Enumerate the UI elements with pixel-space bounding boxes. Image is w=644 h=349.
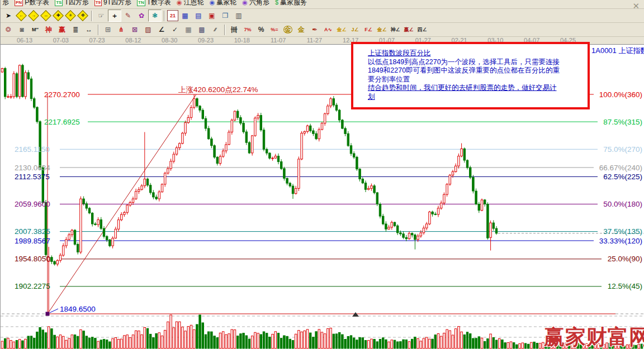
grid-tool[interactable]: ▦ (182, 23, 195, 36)
gann-grid-box-tool[interactable]: ⊞ (101, 23, 115, 36)
gann-box-target-tool[interactable]: ◙ (15, 23, 29, 36)
annotation-box[interactable]: 上证指数波段百分比 以低点1849到高点2270为一个波段，选择工具后，只需要连… (351, 42, 590, 109)
menu-9t-square-icon: T9 (94, 0, 102, 6)
toolbar-separator (98, 25, 99, 35)
date-label: 07-03 (53, 37, 69, 44)
angle-f-tool[interactable]: F∠ (362, 23, 375, 36)
svg-text:2270.2700: 2270.2700 (44, 90, 80, 99)
menu-winner-service-label: 赢家服务 (280, 0, 307, 7)
menu-p-digital-table[interactable]: PNP数字表 (15, 0, 49, 7)
svg-text:66.67%(240): 66.67%(240) (599, 164, 642, 172)
svg-text:50.0%(180): 50.0%(180) (603, 200, 642, 208)
menu-gann-wheel[interactable]: ◉江恩轮 (177, 0, 204, 7)
diamond-horizontal-tool[interactable]: ↔ (40, 10, 51, 21)
percent-lines-tool[interactable]: %≡ (268, 23, 281, 36)
angle-j-tool[interactable]: J∠ (348, 23, 362, 36)
angle-si-tool[interactable]: 四∠ (415, 23, 429, 36)
gann-fan-tool[interactable]: ⋔ (115, 23, 128, 36)
ying-tool[interactable]: 赢 (55, 23, 69, 36)
toolbar-row-3: ❂◙M″神赢≣↔⊞⋔⊠▨∠✓▦▩∕∕卌7%%%≡金金✒A∿金∠J∠F∠金∠神∠赢… (1, 23, 644, 36)
svg-text:2007.3825: 2007.3825 (15, 227, 50, 236)
crosshair-tool[interactable]: ＋ (108, 9, 121, 22)
calculator-tool[interactable]: ▦ (178, 9, 192, 22)
brush-tool[interactable]: ✒ (308, 23, 321, 36)
angle-gold-tool[interactable]: 金∠ (375, 23, 389, 36)
date-label: 11-27 (307, 37, 322, 44)
date-label: 11-07 (271, 37, 286, 44)
svg-text:1849.6500: 1849.6500 (60, 305, 96, 313)
zigzag-tool[interactable]: ✓ (168, 23, 182, 36)
watermark: 赢家财富网 (544, 323, 644, 349)
close-icon[interactable]: ✕ (632, 2, 640, 10)
svg-text:上涨420.6200点22.74%: 上涨420.6200点22.74% (178, 85, 258, 94)
pen-tool[interactable]: ✎ (121, 9, 135, 22)
annotation-line: 划 (368, 93, 584, 102)
diamond-right-tool[interactable]: → (28, 10, 39, 21)
notes-tool[interactable]: ▤ (192, 9, 205, 22)
svg-text:2112.5375: 2112.5375 (15, 173, 50, 181)
svg-text:2059.9600: 2059.9600 (15, 200, 50, 208)
menu-hexagon-icon: ◉ (242, 0, 248, 6)
hand-tool[interactable]: ☞ (94, 9, 108, 22)
angle-line-tool[interactable]: ∠ (155, 23, 168, 36)
fan-box-tool[interactable]: ⊠ (128, 23, 141, 36)
svg-text:1954.8050: 1954.8050 (15, 255, 50, 263)
fan-filled-box-tool[interactable]: ▨ (141, 23, 155, 36)
date-label: 08-12 (125, 37, 141, 44)
stamp-tool[interactable]: ✿ (135, 9, 148, 22)
scale-ticks-tool[interactable]: 卌 (228, 23, 241, 36)
menu-gann-wheel-label: 江恩轮 (184, 0, 204, 7)
menu-t-square[interactable]: TST四方形 (55, 0, 89, 7)
print-tool[interactable]: ▥ (232, 9, 245, 22)
diamond-cross-tool[interactable]: ✚ (53, 10, 64, 21)
menu-t-square-label: T四方形 (64, 0, 88, 7)
menu-gann-wheel-icon: ◉ (177, 0, 182, 6)
shen-tool[interactable]: 神 (42, 23, 55, 36)
parallel-lines-tool[interactable]: ∕∕ (209, 23, 222, 36)
svg-text:62.5%(225): 62.5%(225) (603, 173, 642, 181)
menu-t-digital-table[interactable]: TNT数字表 (137, 0, 171, 7)
annotation-line: 1849和2270即可看到图中这波反弹重要的点位都在百分比的重 (368, 66, 584, 75)
wave-a-tool[interactable]: A∿ (321, 23, 335, 36)
svg-text:25.0%(90): 25.0%(90) (608, 255, 642, 263)
svg-text:87.5%(315): 87.5%(315) (603, 118, 642, 126)
menu-9t-square-label: 9T四方形 (103, 0, 131, 7)
grid-arrow-tool[interactable]: ▩ (195, 23, 209, 36)
menu-hexagon[interactable]: ◉六角形 (242, 0, 269, 7)
date-label: 10-18 (234, 37, 250, 44)
diamond-move-tool[interactable]: ✥ (77, 10, 88, 21)
gann-web-tool[interactable]: ❂ (2, 23, 15, 36)
fib-percent-tool[interactable]: 7% (241, 23, 254, 36)
svg-text:37.5%(135): 37.5%(135) (603, 227, 642, 236)
menu-9t-square[interactable]: T99T四方形 (94, 0, 131, 7)
m-quote-tool[interactable]: M″ (29, 23, 42, 36)
date-label: 08-30 (162, 37, 177, 44)
svg-text:2217.6925: 2217.6925 (44, 118, 80, 126)
pointer-tool[interactable]: ➤ (2, 9, 15, 22)
gold-lines-tool[interactable]: 金 (295, 23, 308, 36)
gold-circle-tool[interactable]: 金 (281, 23, 295, 36)
ruler-123-tool[interactable]: ≣ (69, 23, 82, 36)
toolbar-separator (224, 25, 225, 35)
gold-angle-tool[interactable]: 金∠ (335, 23, 348, 36)
svg-text:2165.1150: 2165.1150 (15, 145, 50, 154)
calendar-tool[interactable]: 21 (167, 10, 178, 21)
svg-text:33.33%(120): 33.33%(120) (599, 237, 642, 245)
diamond-left-tool[interactable]: ← (16, 10, 27, 21)
svg-text:12.5%(45): 12.5%(45) (608, 282, 642, 290)
percent-tool[interactable]: % (254, 23, 268, 36)
svg-text:100.0%(360): 100.0%(360) (599, 90, 642, 99)
menu-p-digital-table-icon: PN (15, 0, 23, 6)
menu-winner-service[interactable]: $赢家服务 (275, 0, 307, 7)
angle-ying-tool[interactable]: 赢∠ (402, 23, 415, 36)
angle-shen-tool[interactable]: 神∠ (389, 23, 402, 36)
diamond-star-tool[interactable]: ✳ (65, 10, 76, 21)
export-tool[interactable]: ❐ (219, 9, 232, 22)
pattern-tool[interactable]: ❃ (148, 9, 162, 22)
menu-t-digital-table-label: T数字表 (147, 0, 171, 7)
menu-winner-wheel[interactable]: ◉赢家轮 (210, 0, 237, 7)
width-measure-tool[interactable]: ↔ (82, 23, 96, 36)
svg-text:1902.2275: 1902.2275 (15, 282, 50, 290)
save-tool[interactable]: ▣ (205, 9, 219, 22)
annotation-line: 上证指数波段百分比 (368, 49, 584, 58)
